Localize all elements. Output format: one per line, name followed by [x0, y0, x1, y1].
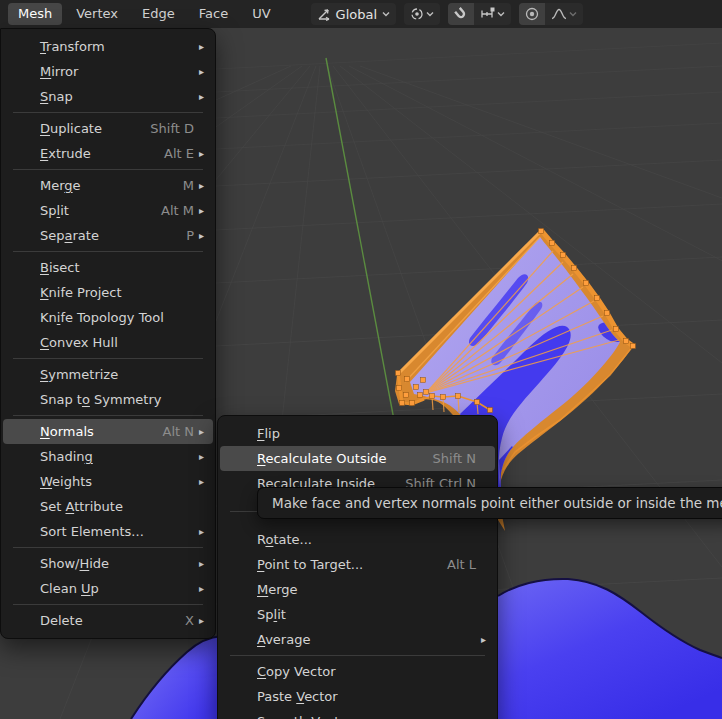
header-menus: MeshVertexEdgeFaceUV	[0, 0, 283, 28]
menu-item-label: Extrude	[40, 146, 91, 161]
axes-icon	[316, 6, 332, 22]
menu-item-symmetrize[interactable]: Symmetrize	[3, 362, 213, 387]
tooltip-text: Make face and vertex normals point eithe…	[272, 495, 722, 511]
tooltip: Make face and vertex normals point eithe…	[257, 487, 722, 519]
menu-separator	[13, 169, 203, 170]
menu-item-copy-vector[interactable]: Copy Vector	[220, 659, 495, 684]
menu-item-separate[interactable]: SeparateP▸	[3, 223, 213, 248]
submenu-arrow-icon: ▸	[196, 558, 207, 569]
menu-item-label: Convex Hull	[40, 335, 118, 350]
submenu-arrow-icon: ▸	[196, 230, 207, 241]
menu-separator	[13, 358, 203, 359]
submenu-arrow-icon: ▸	[196, 451, 207, 462]
menu-item-label: Mirror	[40, 64, 78, 79]
menu-item-mirror[interactable]: Mirror▸	[3, 59, 213, 84]
chevron-down-icon	[568, 9, 578, 19]
menu-item-smooth-vectors[interactable]: Smooth Vectors	[220, 709, 495, 719]
menu-item-normals[interactable]: NormalsAlt N▸	[3, 419, 213, 444]
menu-item-duplicate[interactable]: DuplicateShift D	[3, 116, 213, 141]
menu-item-recalculate-outside[interactable]: Recalculate OutsideShift N	[220, 446, 495, 471]
snap-group	[448, 3, 511, 25]
menu-item-merge[interactable]: MergeM▸	[3, 173, 213, 198]
menu-item-label: Split	[257, 607, 286, 622]
editor-header: MeshVertexEdgeFaceUV Global	[0, 0, 722, 28]
falloff-dropdown[interactable]	[545, 3, 583, 25]
proportional-editing-toggle[interactable]	[519, 3, 545, 25]
submenu-arrow-icon: ▸	[196, 426, 207, 437]
menu-item-split[interactable]: Split	[220, 602, 495, 627]
submenu-arrow-icon: ▸	[196, 615, 207, 626]
menu-item-label: Knife Project	[40, 285, 122, 300]
smooth-falloff-icon	[550, 6, 568, 22]
submenu-arrow-icon: ▸	[196, 476, 207, 487]
menu-item-snap[interactable]: Snap▸	[3, 84, 213, 109]
submenu-arrow-icon: ▸	[196, 148, 207, 159]
submenu-arrow-icon: ▸	[478, 634, 489, 645]
menu-item-average[interactable]: Average▸	[220, 627, 495, 652]
menu-item-label: Copy Vector	[257, 664, 336, 679]
transform-orientation-dropdown[interactable]: Global	[311, 3, 396, 25]
menu-item-label: Flip	[257, 426, 280, 441]
menu-item-merge[interactable]: Merge	[220, 577, 495, 602]
snap-with-dropdown[interactable]	[474, 3, 511, 25]
menu-item-label: Show/Hide	[40, 556, 109, 571]
chevron-down-icon	[496, 9, 506, 19]
menu-item-label: Smooth Vectors	[257, 714, 360, 719]
submenu-arrow-icon: ▸	[196, 41, 207, 52]
menu-tab-vertex[interactable]: Vertex	[66, 3, 128, 25]
menu-item-delete[interactable]: DeleteX▸	[3, 608, 213, 633]
menu-item-label: Knife Topology Tool	[40, 310, 164, 325]
menu-item-point-to-target[interactable]: Point to Target...Alt L	[220, 552, 495, 577]
menu-item-label: Split	[40, 203, 69, 218]
snap-increment-icon	[479, 6, 496, 22]
menu-item-snap-to-symmetry[interactable]: Snap to Symmetry	[3, 387, 213, 412]
menu-tab-face[interactable]: Face	[189, 3, 238, 25]
menu-item-bisect[interactable]: Bisect	[3, 255, 213, 280]
menu-item-shortcut: Shift D	[150, 121, 194, 136]
proportional-editing-group	[519, 3, 583, 25]
menu-item-rotate[interactable]: Rotate...	[220, 527, 495, 552]
proportional-circle-icon	[524, 6, 540, 22]
menu-item-label: Rotate...	[257, 532, 312, 547]
menu-item-paste-vector[interactable]: Paste Vector	[220, 684, 495, 709]
menu-item-label: Recalculate Outside	[257, 451, 387, 466]
menu-item-split[interactable]: SplitAlt M▸	[3, 198, 213, 223]
menu-item-shortcut: X	[185, 613, 194, 628]
submenu-arrow-icon: ▸	[196, 583, 207, 594]
menu-item-label: Average	[257, 632, 310, 647]
menu-item-label: Bisect	[40, 260, 80, 275]
menu-item-convex-hull[interactable]: Convex Hull	[3, 330, 213, 355]
menu-item-shortcut: Shift N	[433, 451, 476, 466]
mesh-menu-panel: Transform▸Mirror▸Snap▸DuplicateShift DEx…	[0, 28, 216, 639]
menu-item-extrude[interactable]: ExtrudeAlt E▸	[3, 141, 213, 166]
menu-tab-mesh[interactable]: Mesh	[8, 3, 62, 25]
pivot-point-dropdown[interactable]	[404, 3, 440, 25]
submenu-arrow-icon: ▸	[196, 91, 207, 102]
menu-item-label: Separate	[40, 228, 99, 243]
menu-item-shading[interactable]: Shading▸	[3, 444, 213, 469]
menu-item-transform[interactable]: Transform▸	[3, 34, 213, 59]
menu-separator	[13, 547, 203, 548]
menu-tab-uv[interactable]: UV	[242, 3, 280, 25]
normals-submenu-panel: FlipRecalculate OutsideShift NRecalculat…	[217, 415, 498, 719]
menu-item-flip[interactable]: Flip	[220, 421, 495, 446]
pivot-point-group	[404, 3, 440, 25]
menu-item-show-hide[interactable]: Show/Hide▸	[3, 551, 213, 576]
menu-item-label: Duplicate	[40, 121, 102, 136]
menu-item-label: Merge	[40, 178, 81, 193]
menu-item-knife-project[interactable]: Knife Project	[3, 280, 213, 305]
menu-tab-edge[interactable]: Edge	[132, 3, 185, 25]
menu-item-sort-elements[interactable]: Sort Elements...▸	[3, 519, 213, 544]
menu-item-knife-topology-tool[interactable]: Knife Topology Tool	[3, 305, 213, 330]
menu-item-label: Symmetrize	[40, 367, 118, 382]
submenu-arrow-icon: ▸	[196, 180, 207, 191]
menu-item-label: Snap to Symmetry	[40, 392, 161, 407]
snap-toggle[interactable]	[448, 3, 474, 25]
transform-orientation-group: Global	[311, 3, 396, 25]
menu-item-weights[interactable]: Weights▸	[3, 469, 213, 494]
menu-separator	[13, 604, 203, 605]
menu-item-label: Normals	[40, 424, 94, 439]
menu-item-clean-up[interactable]: Clean Up▸	[3, 576, 213, 601]
menu-item-label: Delete	[40, 613, 83, 628]
menu-item-set-attribute[interactable]: Set Attribute	[3, 494, 213, 519]
